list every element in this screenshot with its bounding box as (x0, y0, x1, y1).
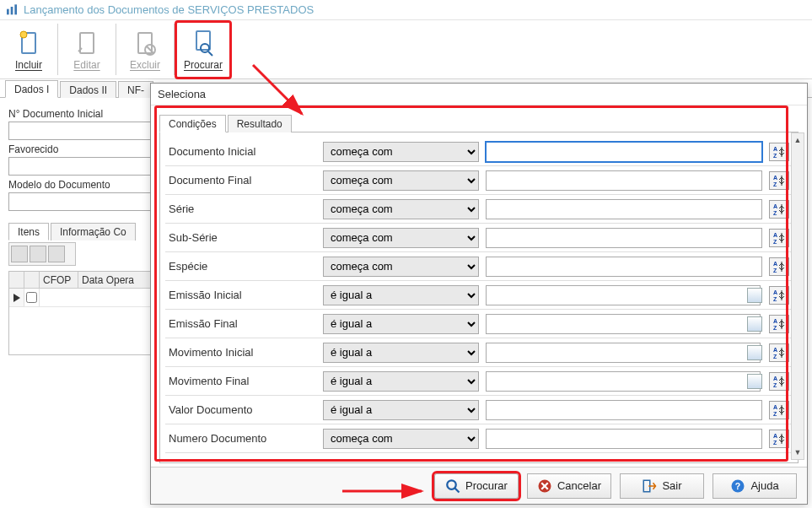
excluir-button[interactable]: Excluir (116, 20, 174, 79)
calendar-icon[interactable] (747, 345, 762, 360)
sort-button[interactable]: AZ (769, 143, 789, 161)
sort-button[interactable]: AZ (769, 430, 789, 448)
condition-operator[interactable]: começa com (323, 257, 479, 277)
svg-text:A: A (773, 404, 777, 410)
sort-button[interactable]: AZ (769, 401, 789, 419)
sort-az-icon: AZ (772, 174, 786, 187)
dialog-title: Seleciona (151, 84, 807, 105)
tab-condicoes[interactable]: Condições (159, 115, 226, 132)
sort-button[interactable]: AZ (769, 229, 789, 247)
scroll-up-icon[interactable]: ▲ (792, 133, 804, 147)
tab-nf[interactable]: NF- (118, 81, 153, 98)
sort-button[interactable]: AZ (769, 372, 789, 391)
condition-value[interactable] (486, 400, 762, 420)
condition-operator[interactable]: começa com (323, 429, 479, 449)
calendar-icon[interactable] (747, 374, 762, 389)
condition-operator[interactable]: começa com (323, 228, 479, 248)
condition-value[interactable] (486, 257, 762, 277)
condition-operator[interactable]: é igual a (323, 343, 479, 363)
tab-resultado[interactable]: Resultado (228, 115, 292, 132)
condition-label: Valor Documento (169, 403, 316, 416)
sort-button[interactable]: AZ (769, 286, 789, 305)
dlg-sair-button[interactable]: Sair (620, 473, 704, 499)
row-checkbox-input[interactable] (26, 292, 37, 303)
cancel-icon (537, 478, 552, 494)
condition-value[interactable] (486, 142, 762, 162)
sort-button[interactable]: AZ (769, 315, 789, 333)
sort-button[interactable]: AZ (769, 171, 789, 190)
tab-dados-1[interactable]: Dados I (5, 80, 58, 98)
sort-az-icon: AZ (772, 403, 786, 417)
dlg-ajuda-button[interactable]: ? Ajuda (713, 473, 797, 499)
condition-value[interactable] (486, 429, 762, 449)
condition-value[interactable] (486, 314, 761, 334)
tab-dados-2[interactable]: Dados II (60, 81, 116, 98)
grid-tool-2[interactable] (30, 246, 46, 262)
sort-button[interactable]: AZ (769, 343, 789, 362)
condition-operator[interactable]: começa com (323, 142, 479, 162)
editar-button[interactable]: Editar (58, 20, 116, 79)
sort-az-icon: AZ (772, 231, 786, 245)
scroll-down-icon[interactable]: ▼ (792, 446, 804, 459)
doc-inicial-input[interactable] (8, 122, 152, 140)
calendar-icon[interactable] (747, 316, 762, 332)
exit-icon (642, 478, 657, 494)
dialog-body: Condições Resultado Documento Inicialcom… (151, 105, 807, 467)
svg-point-34 (447, 480, 456, 489)
condition-value[interactable] (486, 199, 762, 219)
condition-value[interactable] (486, 371, 761, 392)
seleciona-dialog: Seleciona Condições Resultado Documento … (150, 83, 808, 505)
titlebar: Lançamento dos Documentos de SERVIÇOS PR… (0, 0, 812, 20)
grid-row[interactable] (9, 289, 151, 307)
grid-tool-1[interactable] (11, 246, 28, 262)
svg-rect-2 (14, 4, 17, 14)
grid-toolbar (8, 242, 76, 266)
svg-text:Z: Z (773, 181, 777, 187)
dlg-cancelar-button[interactable]: Cancelar (527, 473, 611, 499)
condition-value[interactable] (486, 170, 762, 191)
svg-text:Z: Z (773, 153, 777, 159)
sort-az-icon: AZ (772, 145, 786, 159)
row-checkbox[interactable] (24, 289, 40, 306)
grid-col-cfop[interactable]: CFOP (40, 272, 78, 288)
svg-text:?: ? (735, 480, 740, 490)
svg-text:Z: Z (773, 239, 777, 245)
svg-rect-9 (196, 31, 210, 50)
condition-row: Emissão Inicialé igual aAZ (165, 281, 793, 310)
condition-row: Sub-Sériecomeça comAZ (165, 224, 793, 252)
grid-tool-3[interactable] (48, 246, 65, 262)
sort-button[interactable]: AZ (769, 200, 789, 219)
subtab-info[interactable]: Informação Co (51, 223, 136, 240)
svg-text:A: A (773, 347, 777, 353)
dlg-ajuda-label: Ajuda (750, 479, 778, 492)
condition-label: Documento Final (169, 174, 316, 186)
dlg-procurar-button[interactable]: Procurar (434, 473, 519, 499)
condition-operator[interactable]: é igual a (323, 400, 479, 420)
new-doc-icon (15, 30, 42, 57)
condition-operator[interactable]: começa com (323, 199, 479, 219)
calendar-icon[interactable] (747, 288, 762, 303)
svg-text:A: A (773, 232, 777, 238)
condition-operator[interactable]: começa com (323, 170, 479, 191)
svg-line-35 (454, 488, 459, 492)
incluir-label: Incluir (15, 59, 42, 71)
condition-operator[interactable]: é igual a (323, 371, 479, 392)
modelo-input[interactable] (8, 192, 152, 211)
grid-col-data[interactable]: Data Opera (78, 272, 151, 288)
search-doc-icon (190, 30, 217, 57)
condition-operator[interactable]: é igual a (323, 314, 479, 334)
procurar-button[interactable]: Procurar (175, 20, 232, 79)
dialog-scrollbar[interactable]: ▲ ▼ (791, 132, 804, 460)
editar-label: Editar (73, 59, 99, 71)
condition-value[interactable] (486, 228, 762, 248)
sort-button[interactable]: AZ (769, 257, 789, 276)
incluir-button[interactable]: Incluir (0, 20, 57, 79)
subtab-itens[interactable]: Itens (8, 223, 49, 240)
search-icon (445, 478, 460, 494)
svg-point-4 (20, 31, 27, 38)
condition-value[interactable] (486, 343, 761, 363)
favorecido-input[interactable] (8, 157, 152, 176)
condition-operator[interactable]: é igual a (323, 285, 479, 305)
condition-value[interactable] (486, 285, 761, 305)
row-selector-icon (9, 289, 24, 306)
